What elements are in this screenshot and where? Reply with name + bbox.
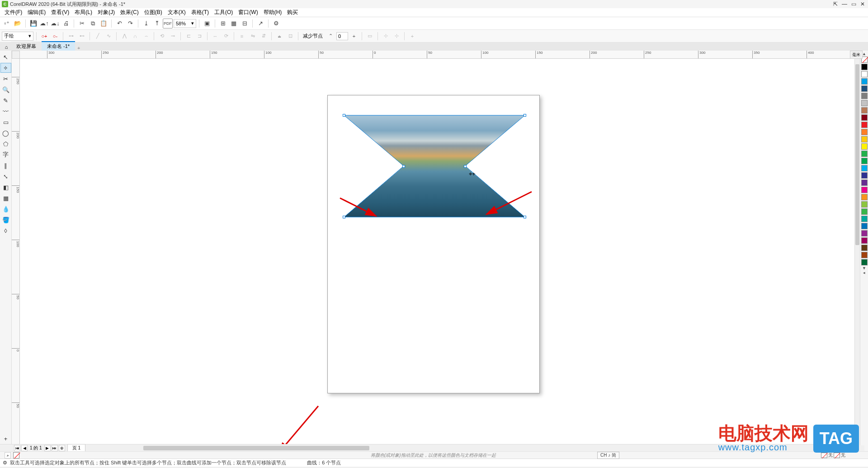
color-swatch[interactable]: [861, 252, 868, 258]
color-swatch[interactable]: [861, 93, 868, 99]
page-tab[interactable]: 页 1: [67, 444, 85, 452]
zoom-tool[interactable]: 🔍: [0, 85, 11, 95]
import-button[interactable]: ⤓: [141, 19, 151, 28]
vertical-scrollbar[interactable]: [854, 51, 860, 444]
menu-help[interactable]: 帮助(H): [261, 8, 285, 17]
color-swatch[interactable]: [861, 237, 868, 244]
elastic-mode-icon[interactable]: ⫨: [274, 31, 284, 41]
fill-swatch-icon[interactable]: [821, 453, 827, 458]
color-swatch[interactable]: [861, 223, 868, 229]
add-icon[interactable]: +: [407, 31, 417, 41]
vertical-ruler[interactable]: 250 200 150 100 50 0 50: [12, 59, 20, 444]
palette-expand-icon[interactable]: ◂: [861, 270, 868, 275]
menu-buy[interactable]: 购买: [284, 8, 301, 17]
text-tool[interactable]: 字: [0, 150, 11, 160]
crop-tool[interactable]: ✂: [0, 74, 11, 84]
nav-next-icon[interactable]: ▶: [44, 445, 51, 451]
canvas[interactable]: ⌖+: [20, 59, 854, 444]
quick-customize-icon[interactable]: +: [0, 434, 11, 444]
rectangle-tool[interactable]: ▭: [0, 117, 11, 127]
color-swatch[interactable]: [861, 107, 868, 113]
add-tab-button[interactable]: +: [75, 45, 82, 51]
add-node-icon[interactable]: ○+: [39, 31, 49, 41]
snap-icon[interactable]: ⊞: [218, 19, 228, 28]
pick-tool[interactable]: ↖: [0, 52, 11, 62]
close-curve-icon[interactable]: ⊐: [194, 31, 204, 41]
hscroll-thumb[interactable]: [143, 446, 369, 450]
options3-icon[interactable]: ⊹: [392, 31, 401, 41]
align-nodes-icon[interactable]: ≡: [237, 31, 247, 41]
node-handle[interactable]: [343, 216, 345, 218]
color-swatch[interactable]: [861, 165, 868, 171]
outline-tool[interactable]: ◊: [0, 226, 11, 236]
extract-subpath-icon[interactable]: ⊏: [184, 31, 193, 41]
menu-view[interactable]: 查看(V): [48, 8, 72, 17]
cloud-down-icon[interactable]: ☁↓: [50, 19, 60, 28]
menu-window[interactable]: 窗口(W): [236, 8, 260, 17]
save-button[interactable]: 💾: [28, 19, 38, 28]
cloud-up-icon[interactable]: ☁↑: [39, 19, 49, 28]
curve-smoothness-icon[interactable]: ⌃: [326, 31, 335, 41]
transparency-tool[interactable]: ▦: [0, 193, 11, 203]
freehand-mode-dropdown[interactable]: 手绘▾: [2, 32, 33, 41]
docpal-none-swatch[interactable]: [13, 452, 19, 459]
cusp-node-icon[interactable]: ⋀: [119, 31, 129, 41]
smooth-node-icon[interactable]: ∩: [130, 31, 140, 41]
color-swatch[interactable]: [861, 78, 868, 85]
menu-edit[interactable]: 编辑(E): [25, 8, 48, 17]
color-swatch[interactable]: [861, 187, 868, 193]
share-icon[interactable]: ⇱: [832, 1, 839, 7]
artistic-media-tool[interactable]: 〰: [0, 106, 11, 116]
menu-table[interactable]: 表格(T): [189, 8, 212, 17]
status-gear-icon[interactable]: ⚙: [3, 460, 7, 466]
add-page-icon[interactable]: ⊕: [59, 445, 65, 451]
cut-button[interactable]: ✂: [77, 19, 87, 28]
color-swatch[interactable]: [861, 216, 868, 222]
to-line-icon[interactable]: ╱: [93, 31, 103, 41]
extend-icon[interactable]: ⊸: [168, 31, 178, 41]
fill-tool[interactable]: 🪣: [0, 215, 11, 225]
to-curve-icon[interactable]: ∿: [104, 31, 113, 41]
color-swatch[interactable]: [861, 114, 868, 121]
launch-icon[interactable]: ↗: [255, 19, 265, 28]
nav-prev-icon[interactable]: ◀: [21, 445, 28, 451]
node-handle[interactable]: [402, 165, 405, 168]
close-button[interactable]: ✕: [859, 1, 866, 7]
reflect-v-icon[interactable]: ⇵: [259, 31, 269, 41]
menu-tools[interactable]: 工具(O): [212, 8, 236, 17]
select-all-nodes-icon[interactable]: ⊡: [285, 31, 295, 41]
minimize-button[interactable]: —: [841, 1, 848, 7]
node-handle[interactable]: [464, 165, 467, 168]
color-swatch[interactable]: [861, 230, 868, 236]
color-swatch[interactable]: [861, 122, 868, 128]
color-swatch[interactable]: [861, 85, 868, 92]
color-swatch[interactable]: [861, 129, 868, 135]
color-swatch[interactable]: [861, 151, 868, 157]
menu-layout[interactable]: 布局(L): [72, 8, 95, 17]
node-handle[interactable]: [524, 216, 526, 218]
home-tab[interactable]: ⌂: [2, 43, 11, 51]
menu-text[interactable]: 文本(X): [165, 8, 189, 17]
zoom-dropdown[interactable]: 58%▾: [174, 19, 196, 28]
rotate-nodes-icon[interactable]: ⟳: [221, 31, 231, 41]
node-handle[interactable]: [343, 114, 345, 117]
color-swatch[interactable]: [861, 64, 868, 70]
print-button[interactable]: 🖨: [61, 19, 71, 28]
spin-up-icon[interactable]: +: [349, 31, 359, 41]
eyedropper-tool[interactable]: 💧: [0, 204, 11, 214]
bbox-icon[interactable]: ▭: [365, 31, 375, 41]
ruler-origin[interactable]: [12, 51, 20, 59]
undo-button[interactable]: ↶: [114, 19, 124, 28]
color-swatch[interactable]: [861, 71, 868, 77]
join-nodes-icon[interactable]: ⊶: [66, 31, 76, 41]
color-swatch[interactable]: [861, 143, 868, 150]
nav-first-icon[interactable]: ⏮: [14, 445, 20, 451]
copy-button[interactable]: ⧉: [88, 19, 98, 28]
document-tab[interactable]: 未命名 -1*: [42, 41, 75, 51]
color-swatch[interactable]: [861, 172, 868, 179]
smoothness-input[interactable]: [336, 32, 348, 40]
break-node-icon[interactable]: ⊷: [77, 31, 87, 41]
symmetric-node-icon[interactable]: ⌢: [141, 31, 151, 41]
nav-last-icon[interactable]: ⏭: [52, 445, 58, 451]
shape-tool[interactable]: ⟡: [0, 63, 11, 73]
